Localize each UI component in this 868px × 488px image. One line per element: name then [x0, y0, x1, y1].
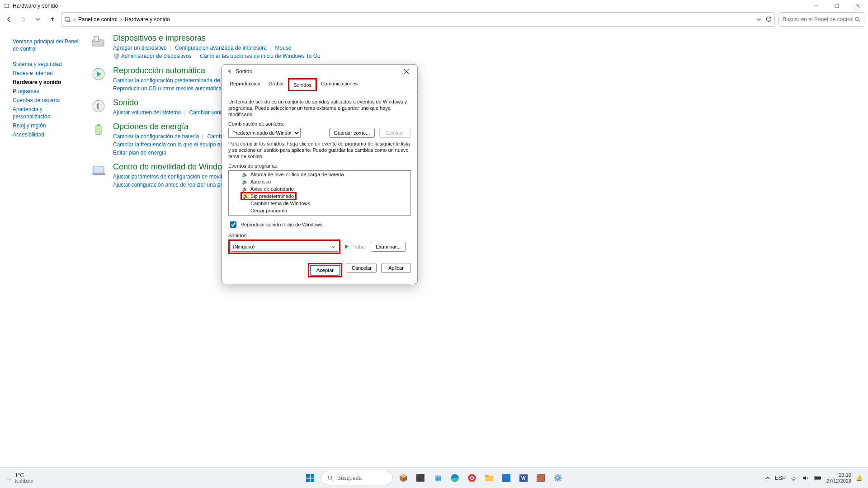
breadcrumb-root[interactable]: Panel de control: [78, 16, 118, 23]
test-button[interactable]: Probar: [345, 244, 366, 249]
speaker-small-icon: 🔈: [242, 186, 248, 192]
tray-chevron-icon[interactable]: [765, 475, 770, 481]
event-item[interactable]: 🔈 Asterisco: [229, 178, 410, 185]
start-button[interactable]: [303, 471, 317, 485]
play-icon: [345, 244, 349, 249]
forward-button[interactable]: [18, 14, 29, 25]
maximize-button[interactable]: [826, 0, 847, 12]
link[interactable]: Agregar un dispositivo: [113, 45, 167, 51]
search-input[interactable]: Buscar en el Panel de control: [778, 12, 864, 27]
battery-icon[interactable]: [814, 475, 822, 481]
svg-rect-23: [306, 479, 310, 482]
edge-icon[interactable]: [448, 471, 462, 485]
breadcrumb-leaf[interactable]: Hardware y sonido: [125, 16, 170, 23]
address-dropdown-button[interactable]: [756, 17, 762, 22]
link[interactable]: Cambiar las opciones de inicio de Window…: [200, 53, 321, 59]
events-listbox[interactable]: 🔈 Alarma de nivel crítico de carga de ba…: [228, 170, 411, 216]
play-logon-checkbox[interactable]: Reproducir sonido Inicio de Windows: [228, 220, 411, 229]
event-item[interactable]: Cerrar programa: [229, 207, 410, 214]
link[interactable]: Reproducir un CD u otros medios automáti…: [113, 85, 236, 92]
close-button[interactable]: [847, 0, 868, 12]
titlebar: Hardware y sonido: [0, 0, 868, 12]
svg-point-25: [328, 476, 332, 479]
taskbar: ☁️ 1°C Nublado Búsqueda 📦 ⬛ ▦ 🟦 W 🟫 ⚙️ E…: [0, 467, 868, 488]
section-heading[interactable]: Dispositivos e impresoras: [113, 33, 859, 43]
tab-communications[interactable]: Comunicaciones: [317, 79, 362, 91]
event-item[interactable]: Cambiar tema de Windows: [229, 200, 410, 207]
link[interactable]: Editar plan de energía: [113, 150, 166, 156]
sidebar-item-hardware[interactable]: Hardware y sonido: [13, 79, 81, 86]
sidebar-item-network[interactable]: Redes e Internet: [13, 70, 81, 77]
search-icon: [855, 17, 860, 22]
event-item-selected[interactable]: 🔈 Bip predeterminado: [229, 192, 410, 200]
svg-line-9: [859, 20, 860, 22]
apply-button[interactable]: Aplicar: [381, 263, 411, 273]
up-button[interactable]: [47, 14, 58, 25]
wifi-icon[interactable]: [790, 474, 797, 482]
dialog-tabs: Reproducción Grabar Sonidos Comunicacion…: [222, 78, 417, 91]
link[interactable]: Administrador de dispositivos: [121, 53, 192, 59]
scheme-select[interactable]: Predeterminado de Windows (modificado): [228, 128, 301, 138]
autoplay-icon: [90, 66, 107, 82]
sidebar-item-programs[interactable]: Programas: [13, 88, 81, 95]
blank-icon: [242, 201, 248, 206]
refresh-button[interactable]: [765, 16, 772, 23]
cancel-button[interactable]: Cancelar: [347, 263, 377, 273]
weather-desc: Nublado: [15, 479, 33, 484]
word-icon[interactable]: W: [517, 471, 530, 485]
sidebar-item-home[interactable]: Ventana principal del Panel de control: [13, 38, 81, 52]
speaker-small-icon: 🔈: [243, 193, 249, 199]
link[interactable]: Ajustar volumen del sistema: [113, 109, 181, 116]
svg-rect-24: [311, 479, 314, 482]
link[interactable]: Cambiar la configuración de batería: [113, 133, 199, 140]
events-label: Eventos de programa:: [228, 163, 411, 169]
svg-rect-15: [96, 126, 101, 135]
sidebar-item-appearance[interactable]: Apariencia y personalización: [13, 106, 81, 120]
save-as-button[interactable]: Guardar como...: [329, 128, 375, 138]
link[interactable]: Mouse: [275, 45, 291, 51]
tab-recording[interactable]: Grabar: [264, 79, 288, 91]
browse-button[interactable]: Examinar...: [371, 242, 406, 252]
play-logon-checkbox-input[interactable]: [230, 221, 236, 228]
svg-rect-38: [815, 477, 820, 479]
clock[interactable]: 23:10 27/12/2023: [826, 472, 851, 484]
taskbar-app-icon[interactable]: ▦: [431, 471, 444, 485]
svg-point-30: [471, 477, 473, 479]
devices-icon: [90, 33, 107, 50]
taskbar-app-icon[interactable]: 🟫: [534, 471, 547, 485]
task-view-button[interactable]: ⬛: [414, 471, 427, 485]
sidebar-item-clock[interactable]: Reloj y región: [13, 122, 81, 129]
link[interactable]: Configuración avanzada de impresora: [175, 45, 267, 51]
chrome-icon[interactable]: [465, 471, 479, 485]
notifications-icon[interactable]: 🔔: [856, 475, 863, 481]
language-indicator[interactable]: ESP: [775, 475, 786, 481]
tab-playback[interactable]: Reproducción: [226, 79, 264, 91]
taskbar-app-icon[interactable]: 🟦: [500, 471, 513, 485]
sounds-select[interactable]: (Ninguno): [231, 242, 338, 252]
ok-button[interactable]: Aceptar: [310, 265, 340, 275]
tab-sounds[interactable]: Sonidos: [289, 80, 316, 90]
taskbar-app-icon[interactable]: ⚙️: [551, 471, 565, 485]
control-panel-icon: [65, 16, 71, 23]
weather-icon: ☁️: [5, 475, 12, 481]
explorer-icon[interactable]: [482, 471, 496, 485]
volume-icon[interactable]: [802, 474, 809, 482]
event-item[interactable]: 🔈 Alarma de nivel crítico de carga de ba…: [229, 171, 410, 178]
weather-widget[interactable]: ☁️ 1°C Nublado: [5, 472, 33, 484]
taskbar-search[interactable]: Búsqueda: [321, 471, 393, 485]
recent-dropdown-button[interactable]: [33, 14, 43, 25]
svg-rect-6: [65, 18, 70, 21]
sidebar-item-system[interactable]: Sistema y seguridad: [13, 61, 81, 68]
sidebar-item-accounts[interactable]: Cuentas de usuario: [13, 97, 81, 104]
sounds-label: Sonidos:: [228, 233, 411, 238]
address-bar[interactable]: › Panel de control › Hardware y sonido: [61, 12, 775, 27]
svg-rect-37: [820, 477, 821, 479]
scheme-label: Combinación de sonidos:: [228, 121, 411, 127]
minimize-button[interactable]: [806, 0, 826, 12]
sidebar-item-accessibility[interactable]: Accesibilidad: [13, 131, 81, 138]
dialog-close-button[interactable]: [400, 66, 413, 77]
taskbar-app-icon[interactable]: 📦: [396, 471, 410, 485]
event-item[interactable]: 🔈 Aviso de calendario: [229, 185, 410, 192]
back-button[interactable]: [4, 14, 14, 25]
sidebar: Ventana principal del Panel de control S…: [0, 27, 86, 467]
